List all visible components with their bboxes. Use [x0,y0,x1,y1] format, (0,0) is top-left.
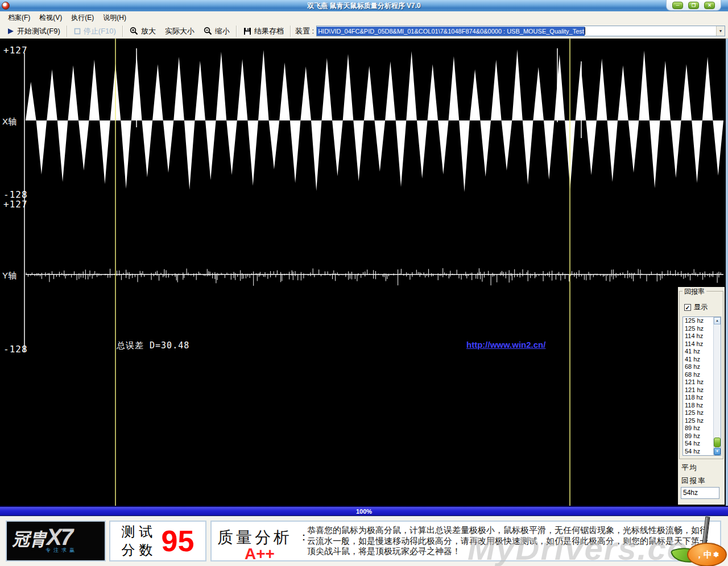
toolbar-separator [290,26,291,37]
progress-value: 100% [356,508,372,515]
y-axis-min-label: -128 [3,344,28,355]
analysis-text: 恭喜您的鼠标为极高分鼠，计算出总误差量极极小，鼠标极平滑，无任何锯齿现象，光标线… [307,525,708,557]
x-axis-max-label: +127 [3,45,28,56]
report-rate-groupbox: 回报率 ✓ 显示 125 hz125 hz114 hz114 hz41 hz41… [679,291,723,459]
zoom-in-button[interactable]: 放大 [125,25,160,38]
toolbar: 开始测试(F9) 停止(F10) 放大 实际大小 缩小 [0,24,728,39]
score-label-line1: 测试 [122,523,157,541]
analysis-line: 顶尖战斗鼠，将是顶极玩家必寻之神器！ [307,546,708,557]
scroll-down-icon[interactable]: ▼ [714,448,721,455]
website-link[interactable]: http://www.win2.cn/ [466,340,545,349]
start-test-label: 开始测试(F9) [17,26,60,36]
save-results-button[interactable]: 结果存档 [239,25,288,38]
toolbar-separator [236,26,237,37]
report-rate-panel: 回报率 ✓ 显示 125 hz125 hz114 hz114 hz41 hz41… [678,287,725,505]
progress-bar: 100% [0,506,728,516]
average-rate-field[interactable]: 54hz [681,487,719,499]
scroll-thumb[interactable] [714,438,721,447]
show-checkbox-row: ✓ 显示 [684,302,708,312]
y-axis-max-label: +127 [3,199,28,210]
average-label-line2: 回报率 [681,476,706,486]
zoom-out-label: 缩小 [215,26,230,36]
magnifier-minus-icon [204,27,212,35]
menu-item-2[interactable]: 执行(E) [67,11,98,24]
test-score-box: 测试 分数 95 [109,521,206,561]
analysis-line: 恭喜您的鼠标为极高分鼠，计算出总误差量极极小，鼠标极平滑，无任何锯齿现象，光标线… [307,525,708,536]
waveform-plot-area: +127 X轴 -128 +127 Y轴 -128 总误差 D=30.48 ht… [0,39,728,506]
magnifier-plus-icon [130,27,138,35]
menu-bar: 档案(F)检视(V)执行(E)说明(H) [0,11,728,24]
toolbar-separator [67,26,68,37]
brand-logo-x7: X7 [47,525,72,550]
chevron-down-icon[interactable]: ▼ [716,26,725,36]
window-title: 双飞燕 鼠青天鼠标质量分析程序 V7.0 [0,1,728,11]
brand-logo: 冠胄X7 [13,528,105,548]
x-axis-name-label: X轴 [2,116,16,127]
app-window: 双飞燕 鼠青天鼠标质量分析程序 V7.0 ─ ❐ ✕ 档案(F)检视(V)执行(… [0,0,728,566]
window-controls: ─ ❐ ✕ [666,0,721,11]
average-label-line1: 平均 [681,463,698,473]
zoom-in-label: 放大 [141,26,156,36]
close-button[interactable]: ✕ [704,2,715,9]
report-rate-title: 回报率 [682,287,706,297]
analysis-line: 云流水一般，如是慢速移动得此极高分，请再改用极快速测试，如仍是得此极高分，则您的… [307,536,708,547]
actual-size-button[interactable]: 实际大小 [160,25,199,38]
test-score-value: 95 [162,526,195,556]
scroll-up-icon[interactable]: ▲ [714,317,721,324]
stop-icon [74,28,81,35]
device-label: 装置 : [295,26,314,36]
brand-tagline: 专注求赢 [46,547,101,554]
restore-button[interactable]: ❐ [688,2,699,9]
zoom-out-button[interactable]: 缩小 [199,25,234,38]
actual-size-label: 实际大小 [165,26,195,36]
stop-label: 停止(F10) [84,26,116,36]
menu-item-1[interactable]: 检视(V) [35,11,67,24]
brand-logo-box: 冠胄X7 专注求赢 [6,521,106,561]
y-axis-name-label: Y轴 [2,270,16,281]
save-results-label: 结果存档 [254,26,284,36]
device-selected-text: HID\VID_04FC&PID_05D8&MI_01&COL01\7&1048… [317,27,585,36]
grade-value: A++ [245,545,275,563]
show-checkbox[interactable]: ✓ [684,304,691,311]
floppy-disk-icon [243,27,251,35]
test-score-label: 测试 分数 [122,523,157,560]
result-panel: 冠胄X7 专注求赢 测试 分数 95 质量分析 ： A++ 恭喜您的鼠标为极高分… [0,516,728,566]
toolbar-separator [122,26,123,37]
report-rate-list[interactable]: 125 hz125 hz114 hz114 hz41 hz41 hz68 hz6… [682,317,721,456]
title-bar: 双飞燕 鼠青天鼠标质量分析程序 V7.0 ─ ❐ ✕ [0,0,728,11]
rate-list-scrollbar[interactable]: ▲ ▼ [713,317,721,455]
quality-analysis-box: 质量分析 ： A++ 恭喜您的鼠标为极高分鼠，计算出总误差量极极小，鼠标极平滑，… [210,521,721,561]
app-icon [2,2,10,10]
brand-logo-text: 冠胄 [13,530,47,548]
score-label-line2: 分数 [122,541,157,559]
ime-language-text: ，中 [695,550,712,560]
text-caret [585,27,585,35]
gear-icon: ✽ [713,551,719,559]
start-test-button[interactable]: 开始测试(F9) [3,25,65,38]
show-checkbox-label: 显示 [694,302,708,312]
play-icon [7,28,14,35]
minimize-button[interactable]: ─ [672,2,683,9]
stop-button[interactable]: 停止(F10) [69,25,121,38]
ime-language-icon[interactable]: ，中 ✽ [687,543,727,566]
device-combobox[interactable]: HID\VID_04FC&PID_05D8&MI_01&COL01\7&1048… [316,26,725,36]
total-error-readout: 总误差 D=30.48 [117,340,189,351]
menu-item-3[interactable]: 说明(H) [98,11,131,24]
ime-indicator: ，中 ✽ [671,517,728,566]
menu-item-0[interactable]: 档案(F) [3,11,35,24]
